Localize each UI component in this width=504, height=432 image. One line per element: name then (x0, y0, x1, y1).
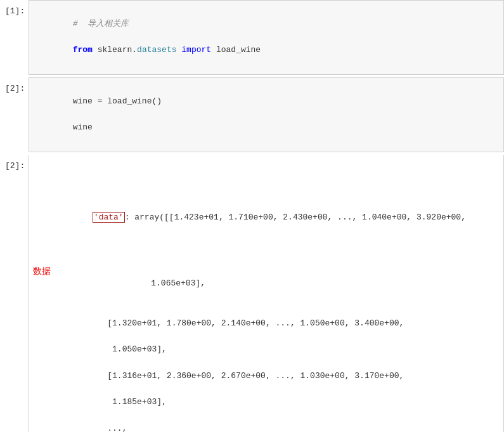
out-line-6: 1.185e+03], (73, 397, 167, 407)
cell-2-label: [2]: (0, 77, 29, 152)
data-colon: : array([[1.423e+01, 1.710e+00, 2.430e+0… (125, 213, 466, 222)
comment-line: # 导入相关库 (73, 19, 129, 29)
code-line-2: wine (73, 122, 93, 132)
out-line-4: 1.050e+03], (73, 344, 167, 354)
keyword-import: import (181, 45, 211, 55)
cell-1-label: [1]: (0, 0, 29, 75)
code-text3: load_wine (211, 45, 261, 55)
cell-2-code[interactable]: wine = load_wine() wine (29, 77, 504, 152)
cell-2-input: [2]: wine = load_wine() wine (0, 77, 504, 152)
data-annot-row: 数据 1.065e+03], (33, 264, 497, 303)
out-line-7: ..., (73, 424, 127, 432)
data-key-content: 'data': array([[1.423e+01, 1.710e+00, 2.… (33, 198, 497, 237)
notebook: [1]: # 导入相关库 from sklearn.datasets impor… (0, 0, 504, 432)
module-name: datasets (137, 45, 176, 55)
out-line-3: [1.320e+01, 1.780e+00, 2.140e+00, ..., 1… (73, 318, 404, 328)
out-line-5: [1.316e+01, 2.360e+00, 2.670e+00, ..., 1… (73, 371, 404, 381)
cell-2-output: [2]: 'data': array([[1.423e+01, 1.710e+0… (0, 155, 504, 432)
data-val-2: 1.065e+03], (112, 278, 205, 288)
data-second-line: 1.065e+03], (52, 264, 497, 303)
code-text: sklearn. (93, 45, 137, 55)
cell-2-out-label: [2]: (0, 155, 29, 432)
data-key-box: 'data' (93, 212, 125, 223)
cell-1-code[interactable]: # 导入相关库 from sklearn.datasets import loa… (29, 0, 504, 75)
cell-2-out-content: 'data': array([[1.423e+01, 1.710e+00, 2.… (29, 155, 504, 432)
code-line-1: wine = load_wine() (73, 96, 162, 106)
cell-1-input: [1]: # 导入相关库 from sklearn.datasets impor… (0, 0, 504, 75)
data-annotation: 数据 (33, 264, 52, 278)
data-key-row: 'data': array([[1.423e+01, 1.710e+00, 2.… (33, 198, 497, 237)
keyword-from: from (73, 45, 93, 55)
